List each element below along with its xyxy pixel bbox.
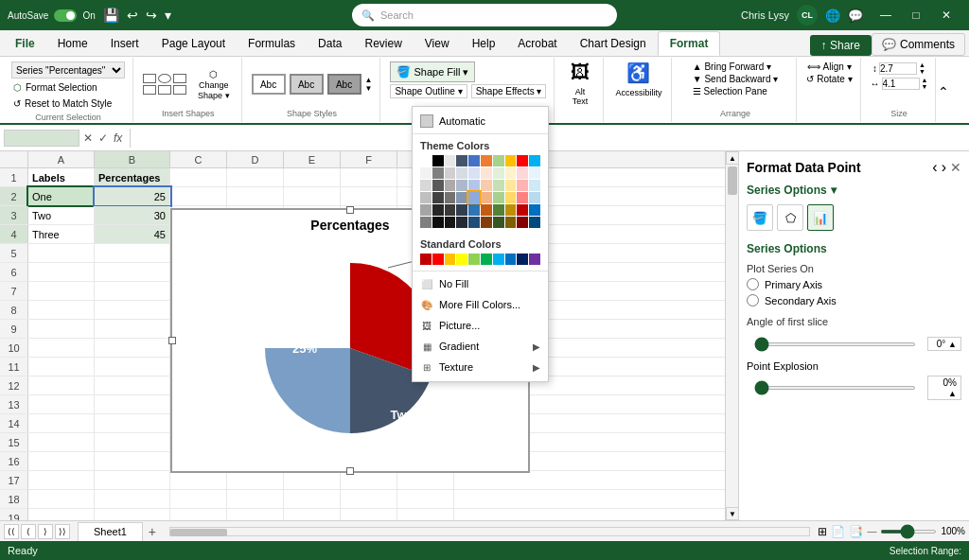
page-layout-btn[interactable]: 📑 [849, 525, 863, 538]
cell-a3[interactable]: Two [28, 206, 95, 224]
theme-color-swatch[interactable] [517, 155, 528, 166]
shape-outline-btn[interactable]: Shape Outline ▾ [390, 84, 467, 98]
tab-help[interactable]: Help [461, 31, 507, 56]
theme-color-swatch[interactable] [505, 192, 517, 203]
tab-view[interactable]: View [414, 31, 461, 56]
theme-color-swatch[interactable] [493, 167, 504, 179]
comments-button[interactable]: 💬 Comments [872, 33, 965, 56]
cell-f2[interactable] [341, 187, 397, 205]
tab-scroll-right-right[interactable]: ⟩⟩ [55, 524, 70, 539]
style-abc-2[interactable]: Abc [290, 74, 324, 95]
theme-color-swatch[interactable] [529, 180, 540, 191]
cell-c17[interactable] [170, 471, 227, 489]
standard-color-swatch[interactable] [529, 254, 540, 265]
col-header-d[interactable]: D [227, 151, 284, 167]
tab-page-layout[interactable]: Page Layout [150, 31, 237, 56]
theme-color-swatch[interactable] [493, 204, 504, 216]
maximize-btn[interactable]: □ [901, 5, 931, 26]
tab-chart-design[interactable]: Chart Design [569, 31, 658, 56]
theme-color-swatch[interactable] [420, 155, 432, 166]
style-abc-3[interactable]: Abc [327, 74, 361, 95]
explosion-slider[interactable] [754, 386, 916, 390]
theme-color-swatch[interactable] [481, 192, 492, 203]
cell-d19[interactable] [227, 509, 284, 520]
theme-color-swatch[interactable] [445, 167, 456, 179]
add-sheet-btn[interactable]: + [143, 522, 162, 541]
cell-a10[interactable] [28, 339, 95, 357]
col-header-b[interactable]: B [95, 151, 170, 167]
sheet-tab-sheet1[interactable]: Sheet1 [78, 522, 143, 541]
cell-a17[interactable] [28, 471, 95, 489]
vertical-scrollbar[interactable]: ▲ ▼ [725, 151, 738, 520]
cell-a5[interactable] [28, 244, 95, 262]
cell-c19[interactable] [170, 509, 227, 520]
theme-color-swatch[interactable] [420, 192, 432, 203]
explosion-value[interactable]: 0% ▲ [927, 376, 961, 400]
cell-e19[interactable] [284, 509, 341, 520]
cell-g19[interactable] [397, 509, 454, 520]
cell-a19[interactable] [28, 509, 95, 520]
cell-b18[interactable] [95, 490, 170, 508]
check-btn[interactable]: ✓ [98, 131, 108, 145]
cell-e1[interactable] [284, 168, 341, 186]
theme-color-swatch[interactable] [432, 155, 444, 166]
standard-color-swatch[interactable] [505, 254, 517, 265]
cell-a14[interactable] [28, 414, 95, 432]
shape-arrow[interactable] [173, 85, 186, 95]
more-fill-colors-item[interactable]: 🎨 More Fill Colors... [413, 294, 548, 315]
cell-b12[interactable] [95, 376, 170, 394]
resize-handle-left[interactable] [168, 337, 176, 344]
theme-color-swatch[interactable] [493, 180, 504, 191]
theme-color-swatch[interactable] [456, 217, 467, 228]
theme-color-swatch[interactable] [505, 180, 517, 191]
cell-b13[interactable] [95, 395, 170, 413]
theme-color-swatch[interactable] [481, 180, 492, 191]
height-spinner[interactable]: ▲▼ [919, 61, 925, 75]
cell-f19[interactable] [341, 509, 397, 520]
cell-g18[interactable] [397, 490, 454, 508]
standard-color-swatch[interactable] [420, 254, 432, 265]
col-header-f[interactable]: F [341, 151, 397, 167]
align-btn[interactable]: ⟺ Align ▾ [807, 61, 851, 72]
theme-color-swatch[interactable] [456, 180, 467, 191]
minimize-btn[interactable]: — [871, 5, 901, 26]
theme-color-swatch[interactable] [517, 192, 528, 203]
theme-color-swatch[interactable] [481, 167, 492, 179]
angle-slider[interactable] [754, 342, 916, 346]
theme-color-swatch[interactable] [445, 204, 456, 216]
window-controls[interactable]: — □ ✕ [871, 5, 961, 26]
cell-b7[interactable] [95, 282, 170, 300]
width-spinner[interactable]: ▲▼ [922, 77, 928, 90]
gradient-item[interactable]: ▦ Gradient ▶ [413, 336, 548, 357]
theme-color-swatch[interactable] [420, 180, 432, 191]
col-header-e[interactable]: E [284, 151, 341, 167]
cell-b10[interactable] [95, 339, 170, 357]
standard-color-swatch[interactable] [481, 254, 492, 265]
rotate-btn[interactable]: ↺ Rotate ▾ [806, 74, 852, 84]
autosave-toggle[interactable] [54, 9, 77, 22]
theme-color-swatch[interactable] [529, 192, 540, 203]
cell-a13[interactable] [28, 395, 95, 413]
series-options-icon-btn[interactable]: 📊 [807, 204, 834, 231]
cell-b5[interactable] [95, 244, 170, 262]
fill-line-icon-btn[interactable]: 🪣 [747, 204, 773, 231]
cell-a15[interactable] [28, 433, 95, 451]
cell-b9[interactable] [95, 320, 170, 338]
cell-b14[interactable] [95, 414, 170, 432]
cell-f1[interactable] [341, 168, 397, 186]
theme-color-swatch[interactable] [468, 204, 480, 216]
theme-color-swatch[interactable] [468, 180, 480, 191]
format-selection-btn[interactable]: ⬡ Format Selection [11, 80, 99, 95]
secondary-axis-radio[interactable]: Secondary Axis [747, 294, 961, 306]
theme-color-swatch[interactable] [445, 217, 456, 228]
standard-color-swatch[interactable] [432, 254, 444, 265]
theme-color-swatch[interactable] [420, 217, 432, 228]
hscroll-track[interactable] [169, 527, 811, 536]
theme-color-swatch[interactable] [432, 180, 444, 191]
theme-color-swatch[interactable] [456, 167, 467, 179]
tab-scroll-left-left[interactable]: ⟨⟨ [4, 524, 19, 539]
cell-a2[interactable]: One [28, 187, 95, 205]
close-btn[interactable]: ✕ [931, 5, 961, 26]
search-input-label[interactable]: Search [380, 9, 414, 21]
theme-color-swatch[interactable] [505, 217, 517, 228]
